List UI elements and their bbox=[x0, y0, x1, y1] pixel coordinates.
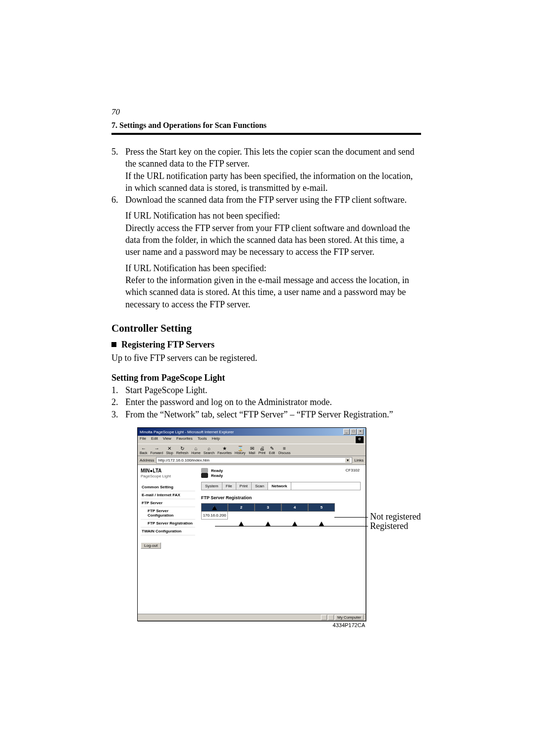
stop-icon: ✕ bbox=[166, 445, 173, 451]
history-icon: ⌛ bbox=[237, 445, 244, 451]
tab-file[interactable]: File bbox=[222, 482, 236, 490]
callout-registered: Registered bbox=[370, 521, 408, 531]
toolbar: ←Back→Forward✕Stop↻Refresh⌂Home⌕Search★F… bbox=[138, 444, 366, 456]
window-title: Minolta PageScope Light - Microsoft Inte… bbox=[140, 430, 234, 434]
menu-help[interactable]: Help bbox=[212, 436, 219, 443]
sidebar-item[interactable]: FTP Server bbox=[141, 499, 195, 507]
brand-subtitle: PageScope Light bbox=[141, 474, 195, 478]
step-text: Start PageScope Light. bbox=[125, 384, 421, 396]
tab-network[interactable]: Network bbox=[268, 482, 291, 490]
condition-body: Refer to the information given in the e-… bbox=[125, 274, 421, 310]
window-controls: _ □ × bbox=[343, 429, 364, 435]
screenshot-figure: Minolta PageScope Light - Microsoft Inte… bbox=[137, 427, 444, 628]
menu-favorites[interactable]: Favorites bbox=[176, 436, 193, 443]
tab-print[interactable]: Print bbox=[236, 482, 252, 490]
toolbar-search[interactable]: ⌕Search bbox=[204, 445, 214, 455]
condition-body: Directly access the FTP server from your… bbox=[125, 222, 421, 258]
step-number: 5. bbox=[111, 146, 125, 194]
condition-title: If URL Notification has not been specifi… bbox=[125, 210, 421, 222]
statusbar-pane bbox=[328, 615, 334, 620]
favorites-icon: ★ bbox=[221, 445, 228, 451]
panel-title: FTP Server Registration bbox=[201, 495, 361, 500]
step-item: 5. Press the Start key on the copier. Th… bbox=[111, 146, 421, 194]
sidebar-item[interactable]: E-mail / Internet FAX bbox=[141, 491, 195, 499]
toolbar-history[interactable]: ⌛History bbox=[235, 445, 246, 455]
registration-tab-2[interactable]: 2 bbox=[228, 503, 255, 512]
logout-button[interactable]: Log-out bbox=[141, 542, 161, 549]
printer-icon bbox=[201, 473, 208, 478]
maximize-button[interactable]: □ bbox=[350, 429, 357, 435]
sidebar-item[interactable]: Common Setting bbox=[141, 483, 195, 491]
chevron-down-icon[interactable]: ▾ bbox=[345, 458, 350, 463]
toolbar-refresh[interactable]: ↻Refresh bbox=[176, 445, 189, 455]
status-text: Ready bbox=[211, 468, 223, 473]
home-icon: ⌂ bbox=[193, 445, 200, 451]
statusbar-pane bbox=[321, 615, 327, 620]
mail-icon: ✉ bbox=[249, 445, 256, 451]
image-reference-code: 4334P172CA bbox=[137, 622, 365, 628]
step-text: Press the Start key on the copier. This … bbox=[125, 146, 421, 194]
sidebar: MIN●LTA PageScope Light Common SettingE-… bbox=[138, 465, 198, 614]
step-text: Enter the password and log on to the Adm… bbox=[125, 396, 421, 408]
search-icon: ⌕ bbox=[206, 445, 213, 451]
page-number: 70 bbox=[111, 107, 421, 117]
menubar-items: FileEditViewFavoritesToolsHelp bbox=[140, 436, 220, 443]
toolbar-discuss[interactable]: ≡Discuss bbox=[278, 445, 291, 455]
status-text: Ready bbox=[211, 473, 223, 478]
toolbar-forward[interactable]: →Forward bbox=[151, 445, 163, 455]
links-label[interactable]: Links bbox=[354, 458, 364, 463]
forward-icon: → bbox=[153, 445, 160, 451]
tab-system[interactable]: System bbox=[202, 482, 222, 490]
browser-window: Minolta PageScope Light - Microsoft Inte… bbox=[137, 427, 366, 621]
callout-line bbox=[215, 526, 368, 526]
sidebar-item[interactable]: FTP Server Registration bbox=[141, 520, 195, 527]
tab-scan[interactable]: Scan bbox=[252, 482, 268, 490]
registration-tab-4[interactable]: 4 bbox=[281, 503, 308, 512]
heading-controller-setting: Controller Setting bbox=[111, 322, 421, 335]
print-icon: 🖨 bbox=[259, 445, 266, 451]
toolbar-back[interactable]: ←Back bbox=[140, 445, 148, 455]
status-row: Ready bbox=[201, 468, 361, 473]
address-bar: Address http://172.16.0.100/index.htm ▾ … bbox=[138, 456, 366, 465]
step-item: 6. Download the scanned data from the FT… bbox=[111, 194, 421, 206]
titlebar: Minolta PageScope Light - Microsoft Inte… bbox=[138, 428, 366, 436]
menubar: FileEditViewFavoritesToolsHelp e bbox=[138, 436, 366, 444]
step-text: Download the scanned data from the FTP s… bbox=[125, 194, 421, 206]
document-page: 70 7. Settings and Operations for Scan F… bbox=[111, 107, 421, 628]
toolbar-edit[interactable]: ✎Edit bbox=[268, 445, 275, 455]
arrow-up-icon bbox=[292, 522, 297, 526]
toolbar-mail[interactable]: ✉Mail bbox=[249, 445, 256, 455]
condition-block: If URL Notification has not been specifi… bbox=[125, 210, 421, 258]
model-id: CF3102 bbox=[346, 468, 360, 472]
menu-edit[interactable]: Edit bbox=[151, 436, 158, 443]
discuss-icon: ≡ bbox=[281, 445, 288, 451]
address-input[interactable]: http://172.16.0.100/index.htm ▾ bbox=[156, 457, 352, 464]
toolbar-favorites[interactable]: ★Favorites bbox=[217, 445, 232, 455]
subheading-row: Registering FTP Servers bbox=[111, 340, 421, 350]
arrow-annotations bbox=[201, 522, 361, 526]
section-header: 7. Settings and Operations for Scan Func… bbox=[111, 121, 421, 135]
registration-tab-3[interactable]: 3 bbox=[255, 503, 281, 512]
minimize-button[interactable]: _ bbox=[343, 429, 350, 435]
sidebar-item[interactable]: TWAIN Configuration bbox=[141, 527, 195, 535]
subheading-text: Registering FTP Servers bbox=[121, 340, 214, 350]
step-number: 2. bbox=[111, 396, 125, 408]
close-button[interactable]: × bbox=[357, 429, 364, 435]
sidebar-item[interactable]: FTP Server Configuration bbox=[141, 507, 195, 520]
toolbar-print[interactable]: 🖨Print bbox=[259, 445, 266, 455]
step-item: 3. From the “Network” tab, select “FTP S… bbox=[111, 408, 421, 420]
heading-setting-from-pagescope: Setting from PageScope Light bbox=[111, 373, 421, 383]
toolbar-home[interactable]: ⌂Home bbox=[191, 445, 201, 455]
menu-tools[interactable]: Tools bbox=[198, 436, 207, 443]
registration-value: 170.16.0.200 bbox=[201, 512, 228, 520]
menu-view[interactable]: View bbox=[163, 436, 171, 443]
registration-tab-5[interactable]: 5 bbox=[308, 503, 335, 512]
step-item: 2. Enter the password and log on to the … bbox=[111, 396, 421, 408]
address-value: http://172.16.0.100/index.htm bbox=[158, 458, 210, 463]
subheading-description: Up to five FTP servers can be registered… bbox=[111, 352, 421, 364]
statusbar: My Computer bbox=[138, 614, 366, 621]
toolbar-stop[interactable]: ✕Stop bbox=[166, 445, 173, 455]
ie-logo-icon: e bbox=[356, 436, 364, 443]
condition-title: If URL Notification has been specified: bbox=[125, 262, 421, 274]
menu-file[interactable]: File bbox=[140, 436, 146, 443]
